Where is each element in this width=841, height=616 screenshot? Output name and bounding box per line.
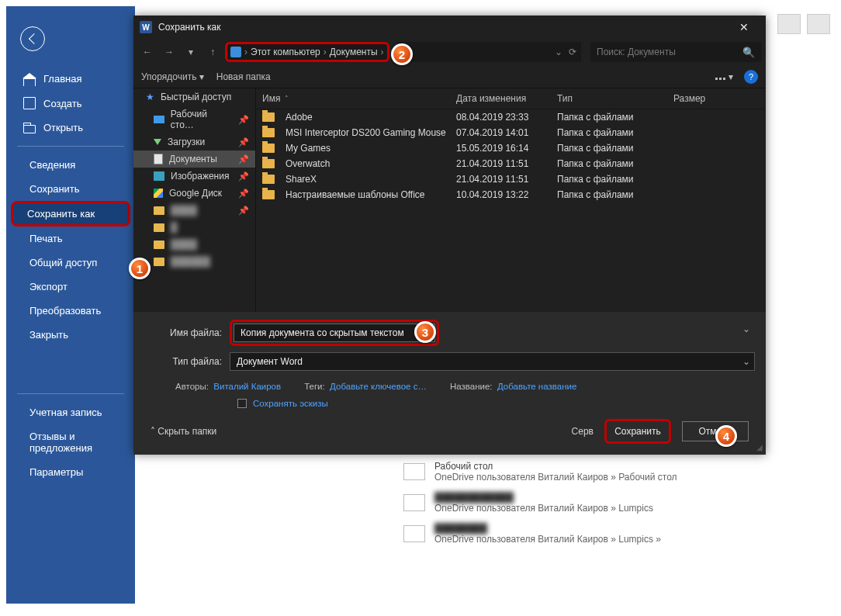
address-breadcrumb[interactable]: › Этот компьютер › Документы › — [225, 42, 389, 62]
menu-label: Создать — [43, 98, 81, 109]
hide-folders-button[interactable]: ˄ Скрыть папки — [151, 426, 216, 437]
file-date: 10.04.2019 13:22 — [456, 189, 557, 200]
save-thumbnails-label[interactable]: Сохранять эскизы — [253, 399, 328, 408]
tree-blurred-item[interactable]: ████📌 — [133, 202, 255, 219]
new-folder-button[interactable]: Новая папка — [216, 71, 271, 82]
annotation-badge-1: 1 — [129, 258, 151, 279]
recent-path: OneDrive пользователя Виталий Каиров » L… — [434, 503, 653, 514]
nav-back-button[interactable]: ← — [138, 43, 157, 61]
breadcrumb-root[interactable]: Этот компьютер — [251, 47, 320, 57]
menu-info[interactable]: Сведения — [6, 153, 135, 177]
menu-print[interactable]: Печать — [6, 227, 135, 251]
recent-item[interactable]: ████████████ OneDrive пользователя Витал… — [403, 487, 772, 518]
back-button[interactable] — [20, 26, 45, 51]
tree-gdrive[interactable]: Google Диск📌 — [133, 185, 255, 202]
refresh-icon[interactable]: ⟳ — [569, 47, 576, 57]
file-date: 21.04.2019 11:51 — [456, 158, 557, 169]
column-date[interactable]: Дата изменения — [456, 93, 557, 104]
save-thumbnails-checkbox[interactable] — [237, 399, 247, 408]
file-name: MSI Interceptor DS200 Gaming Mouse — [286, 127, 446, 138]
recent-item[interactable]: Рабочий стол OneDrive пользователя Витал… — [403, 456, 772, 487]
menu-export[interactable]: Экспорт — [6, 275, 135, 299]
column-size[interactable]: Размер — [673, 93, 760, 104]
star-icon: ★ — [146, 92, 154, 102]
menu-label: Закрыть — [29, 329, 68, 341]
nav-up-button[interactable]: ↑ — [203, 43, 222, 61]
file-row[interactable]: MSI Interceptor DS200 Gaming Mouse 07.04… — [256, 125, 766, 140]
recent-item[interactable]: ████████ OneDrive пользователя Виталий К… — [403, 518, 772, 549]
menu-new[interactable]: Создать — [6, 91, 135, 116]
folder-icon — [154, 241, 164, 249]
folder-icon — [262, 128, 275, 137]
tree-blurred-item[interactable]: ██████ — [133, 253, 255, 270]
title-value[interactable]: Добавьте название — [497, 382, 576, 391]
tree-label: Загрузки — [168, 137, 205, 147]
file-row[interactable]: Overwatch 21.04.2019 11:51 Папка с файла… — [256, 156, 766, 171]
pin-icon: 📌 — [238, 171, 249, 182]
folder-icon — [154, 206, 164, 215]
menu-home[interactable]: Главная — [6, 67, 135, 91]
tags-value[interactable]: Добавьте ключевое с… — [330, 382, 427, 391]
help-button[interactable]: ? — [744, 70, 758, 84]
chevron-right-icon: › — [381, 47, 384, 57]
menu-save-as[interactable]: Сохранить как — [11, 201, 130, 227]
tree-documents[interactable]: Документы📌 — [133, 151, 255, 168]
menu-share[interactable]: Общий доступ — [6, 251, 135, 275]
view-options-button[interactable]: ▾ — [715, 71, 733, 82]
save-button[interactable]: Сохранить — [604, 419, 671, 444]
nav-history-button[interactable]: ▾ — [182, 43, 200, 61]
download-icon — [154, 139, 161, 145]
tree-label: Документы — [169, 154, 217, 164]
authors-value[interactable]: Виталий Каиров — [213, 382, 281, 391]
background-recent-list: Рабочий стол OneDrive пользователя Витал… — [403, 456, 772, 549]
tree-quick-access[interactable]: ★Быстрый доступ — [133, 88, 255, 106]
menu-label: Открыть — [43, 122, 83, 133]
address-bar-rest[interactable]: ⌄ ⟳ — [397, 42, 581, 62]
tree-blurred-item[interactable]: ████ — [133, 236, 255, 253]
menu-feedback[interactable]: Отзывы и предложения — [6, 424, 135, 460]
column-name[interactable]: Имя ˄ — [262, 93, 456, 104]
file-date: 21.04.2019 11:51 — [456, 174, 557, 185]
tree-downloads[interactable]: Загрузки📌 — [133, 133, 255, 151]
menu-save[interactable]: Сохранить — [6, 177, 135, 201]
folder-icon — [262, 190, 275, 199]
folder-tree[interactable]: ★Быстрый доступ Рабочий сто…📌 Загрузки📌 … — [133, 88, 256, 312]
breadcrumb-folder[interactable]: Документы — [330, 47, 378, 57]
menu-options[interactable]: Параметры — [6, 460, 135, 484]
folder-icon — [403, 463, 425, 480]
menu-close[interactable]: Закрыть — [6, 323, 135, 347]
chevron-down-icon[interactable]: ⌄ — [555, 47, 562, 57]
menu-account[interactable]: Учетная запись — [6, 400, 135, 424]
menu-label: Учетная запись — [29, 407, 102, 418]
file-row[interactable]: My Games 15.05.2019 16:14 Папка с файлам… — [256, 140, 766, 156]
menu-open[interactable]: Открыть — [6, 116, 135, 140]
file-row[interactable]: Настраиваемые шаблоны Office 10.04.2019 … — [256, 187, 766, 202]
tree-blurred-item[interactable]: █ — [133, 219, 255, 236]
filename-input[interactable] — [234, 324, 435, 342]
file-name: Overwatch — [286, 158, 330, 169]
file-type: Папка с файлами — [557, 174, 673, 185]
resize-grip-icon[interactable]: ◢ — [756, 443, 763, 452]
dialog-toolbar: Упорядочить ▾ Новая папка ▾ ? — [133, 65, 766, 88]
authors-label: Авторы: — [175, 382, 209, 391]
folder-icon — [403, 525, 425, 542]
recent-path: OneDrive пользователя Виталий Каиров » Р… — [434, 472, 677, 483]
chevron-down-icon[interactable]: ⌄ — [742, 356, 750, 367]
close-button[interactable]: ✕ — [729, 16, 760, 39]
tree-desktop[interactable]: Рабочий сто…📌 — [133, 106, 255, 133]
filetype-select[interactable] — [230, 352, 755, 371]
nav-forward-button[interactable]: → — [160, 43, 178, 61]
background-top-icons — [777, 14, 830, 34]
sort-caret-icon: ˄ — [285, 95, 289, 102]
organize-button[interactable]: Упорядочить ▾ — [141, 71, 204, 82]
search-input[interactable]: Поиск: Документы 🔍 — [590, 42, 761, 62]
file-row[interactable]: Adobe 08.04.2019 23:33 Папка с файлами — [256, 109, 766, 125]
chevron-down-icon[interactable]: ⌄ — [742, 324, 750, 334]
menu-transform[interactable]: Преобразовать — [6, 299, 135, 323]
filetype-label: Тип файла: — [144, 356, 230, 367]
file-list-header[interactable]: Имя ˄ Дата изменения Тип Размер — [256, 88, 766, 109]
filename-highlight-frame — [230, 320, 439, 346]
tree-pictures[interactable]: Изображения📌 — [133, 168, 255, 185]
column-type[interactable]: Тип — [557, 93, 673, 104]
file-row[interactable]: ShareX 21.04.2019 11:51 Папка с файлами — [256, 171, 766, 187]
